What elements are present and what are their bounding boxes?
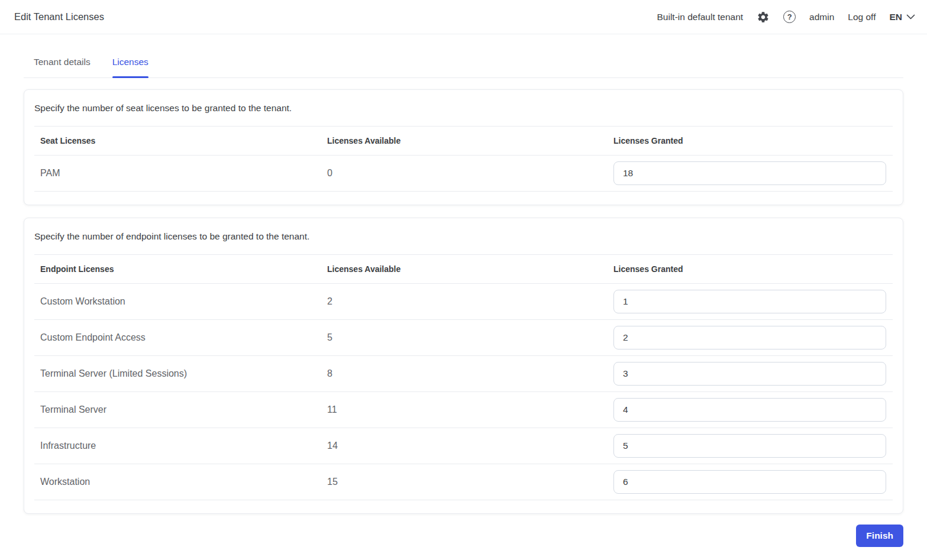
column-header-licenses-available: Licenses Available [327,264,613,274]
license-name: Custom Endpoint Access [34,332,327,343]
help-icon[interactable]: ? [783,11,796,23]
licenses-available-value: 0 [327,168,613,179]
licenses-granted-input[interactable] [613,470,886,494]
table-header-row: Endpoint Licenses Licenses Available Lic… [34,254,893,284]
column-header-seat-licenses: Seat Licenses [34,136,327,145]
user-menu[interactable]: admin [809,12,834,22]
licenses-granted-input[interactable] [613,290,886,313]
tenant-label: Built-in default tenant [657,12,743,22]
column-header-endpoint-licenses: Endpoint Licenses [34,264,327,274]
table-row: PAM 0 [34,156,893,192]
language-selector[interactable]: EN [889,12,915,22]
licenses-available-value: 8 [327,368,613,379]
table-header-row: Seat Licenses Licenses Available License… [34,126,893,156]
license-name: Custom Workstation [34,296,327,307]
seat-license-table: Seat Licenses Licenses Available License… [34,126,893,192]
chevron-down-icon [906,14,915,20]
licenses-granted-input[interactable] [613,161,886,185]
seat-card-description: Specify the number of seat licenses to b… [24,90,903,126]
license-name: Terminal Server [34,404,327,415]
license-name: Infrastructure [34,441,327,451]
licenses-available-value: 2 [327,296,613,307]
licenses-granted-input[interactable] [613,398,886,422]
licenses-available-value: 14 [327,441,613,451]
column-header-licenses-available: Licenses Available [327,136,613,145]
licenses-granted-input[interactable] [613,362,886,386]
top-bar-actions: Built-in default tenant ? admin Log off … [657,11,915,24]
endpoint-license-table: Endpoint Licenses Licenses Available Lic… [34,254,893,500]
table-row: Custom Endpoint Access 5 [34,320,893,356]
main-content: Tenant details Licenses Specify the numb… [0,56,927,547]
language-label: EN [889,12,902,22]
page-title: Edit Tenant Licenses [14,11,104,22]
licenses-available-value: 5 [327,332,613,343]
table-row: Terminal Server 11 [34,392,893,428]
table-row: Infrastructure 14 [34,428,893,464]
table-row: Terminal Server (Limited Sessions) 8 [34,356,893,392]
tab-tenant-details[interactable]: Tenant details [34,56,91,77]
logoff-button[interactable]: Log off [848,12,876,22]
finish-button[interactable]: Finish [856,525,903,547]
table-row: Workstation 15 [34,464,893,500]
top-bar: Edit Tenant Licenses Built-in default te… [0,0,927,34]
tab-licenses[interactable]: Licenses [112,56,148,77]
license-name: PAM [34,168,327,179]
gear-icon[interactable] [757,11,770,24]
endpoint-licenses-card: Specify the number of endpoint licenses … [24,218,903,514]
licenses-available-value: 15 [327,477,613,487]
seat-licenses-card: Specify the number of seat licenses to b… [24,89,903,205]
licenses-granted-input[interactable] [613,434,886,458]
endpoint-card-description: Specify the number of endpoint licenses … [24,218,903,254]
table-row: Custom Workstation 2 [34,284,893,320]
column-header-licenses-granted: Licenses Granted [613,136,893,145]
license-name: Workstation [34,477,327,487]
column-header-licenses-granted: Licenses Granted [613,264,893,274]
licenses-available-value: 11 [327,404,613,415]
tab-bar: Tenant details Licenses [24,56,903,78]
licenses-granted-input[interactable] [613,326,886,349]
footer-actions: Finish [24,525,903,547]
license-name: Terminal Server (Limited Sessions) [34,368,327,379]
